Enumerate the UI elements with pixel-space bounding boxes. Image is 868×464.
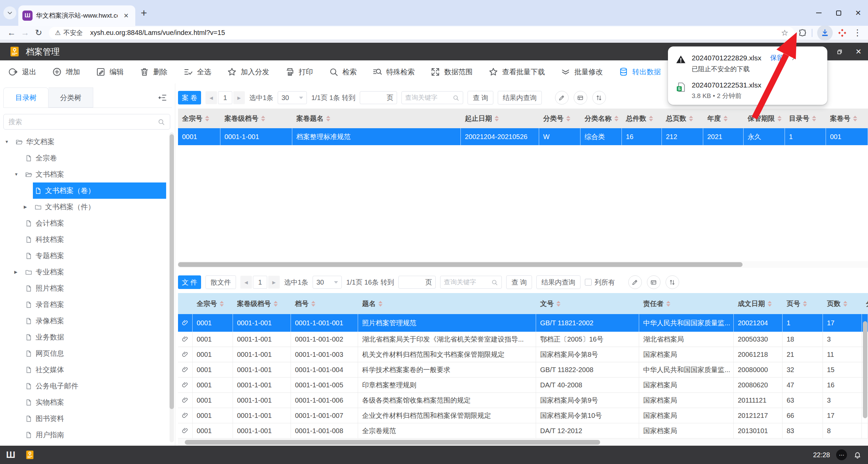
tree-item-inner[interactable]: 网页信息: [23, 345, 166, 362]
juan-keyword-input[interactable]: [405, 94, 452, 101]
page-size-select[interactable]: 30: [278, 91, 307, 104]
goto-page-input[interactable]: [402, 278, 425, 286]
cell[interactable]: 0001: [193, 362, 233, 377]
prev-page-icon[interactable]: ◀: [240, 276, 252, 289]
table-row[interactable]: 00010001-1-0010001-1-001-004科学技术档案案卷的一般要…: [178, 362, 868, 378]
tree-item[interactable]: 社交媒体: [0, 362, 175, 378]
cell[interactable]: 20130101: [734, 423, 783, 438]
next-page-icon[interactable]: ▶: [233, 91, 245, 104]
cell[interactable]: 0001-1-001: [233, 362, 291, 377]
sort-carets-icon[interactable]: [666, 301, 670, 307]
sort-carets-icon[interactable]: [495, 116, 499, 121]
sort-carets-icon[interactable]: [378, 301, 382, 307]
next-page-icon[interactable]: ▶: [268, 276, 280, 289]
cell[interactable]: 0001-1-001-008: [291, 423, 358, 438]
tree-item[interactable]: 文书档案（卷）: [0, 182, 175, 199]
cell[interactable]: 16: [622, 128, 662, 145]
tree-item-inner[interactable]: 会计档案: [23, 215, 166, 231]
notifications-bell-icon[interactable]: [853, 450, 862, 459]
cell[interactable]: 0001-1-001-003: [291, 347, 358, 362]
column-header-页数[interactable]: 页数: [823, 293, 862, 314]
juan-hscrollbar-thumb[interactable]: [178, 262, 743, 267]
loose-file-tab-button[interactable]: 散文件: [205, 275, 236, 289]
cell[interactable]: 国家档案局: [639, 423, 734, 438]
column-header-blank[interactable]: [178, 293, 193, 314]
goto-page-box[interactable]: 页: [360, 91, 397, 104]
cell[interactable]: GB/T 11821-2002: [536, 314, 639, 332]
tree-item-inner[interactable]: 专业档案: [23, 264, 166, 280]
cell[interactable]: 国家档案局令第10号: [536, 408, 639, 423]
tree-item-inner[interactable]: 文书档案（卷）: [33, 182, 166, 199]
cell[interactable]: 21: [783, 347, 823, 362]
card-view-button[interactable]: [647, 275, 660, 289]
app-restore-icon[interactable]: [836, 48, 844, 56]
cell[interactable]: 001: [826, 128, 868, 145]
cell[interactable]: 8: [823, 423, 862, 438]
cell[interactable]: 0001-1-001: [233, 378, 291, 392]
juan-selected-row[interactable]: 00010001-1-001档案整理标准规范20021204-20210526W…: [178, 128, 868, 145]
tree-item[interactable]: 录音档案: [0, 296, 175, 313]
cell[interactable]: 20021204-20210526: [461, 128, 539, 145]
cell[interactable]: 15: [823, 362, 862, 377]
extensions-icon[interactable]: [798, 28, 807, 37]
toolbar-button-特殊检索[interactable]: 特殊检索: [372, 67, 415, 77]
bookmark-star-icon[interactable]: ☆: [781, 28, 788, 38]
toolbar-button-全选[interactable]: 全选: [183, 67, 211, 77]
cell[interactable]: 0001: [193, 393, 233, 408]
cell[interactable]: 20121217: [734, 408, 783, 423]
tree-item[interactable]: ▼文书档案: [0, 166, 175, 182]
juan-tab-button[interactable]: 案 卷: [178, 91, 201, 104]
cell[interactable]: 国家档案局令第9号: [536, 393, 639, 408]
tree-caret-icon[interactable]: ▼: [5, 139, 14, 144]
tree-item[interactable]: 专题档案: [0, 248, 175, 264]
attachment-cell[interactable]: [178, 347, 193, 362]
query-in-result-button[interactable]: 结果内查询: [536, 275, 580, 289]
column-header-案卷级档号[interactable]: 案卷级档号: [220, 109, 292, 128]
cell[interactable]: 3: [823, 332, 862, 347]
cell[interactable]: 0001-1-001: [233, 408, 291, 423]
tree-caret-icon[interactable]: ▶: [24, 205, 33, 209]
tree-item-inner[interactable]: 全宗卷: [23, 150, 166, 166]
sort-carets-icon[interactable]: [326, 116, 330, 121]
page-number[interactable]: 1: [218, 91, 232, 104]
cell[interactable]: 0001-1-001: [233, 314, 291, 332]
tab-directory-tree[interactable]: 目录树: [3, 88, 48, 108]
column-header-页号[interactable]: 页号: [783, 293, 823, 314]
cell[interactable]: 国家档案局: [639, 408, 734, 423]
cell[interactable]: 照片档案管理规范: [358, 314, 536, 332]
goto-page-box[interactable]: 页: [398, 276, 436, 289]
chevron-right-icon[interactable]: [790, 55, 797, 61]
security-label[interactable]: 不安全: [63, 28, 83, 37]
attachment-cell[interactable]: [178, 423, 193, 438]
column-header-保管期限[interactable]: 保管期限: [744, 109, 785, 128]
query-button[interactable]: 查 询: [506, 275, 532, 289]
cell[interactable]: 20080620: [734, 378, 783, 392]
tree-item-inner[interactable]: 科技档案: [23, 231, 166, 248]
tree-item[interactable]: ▼华文档案: [0, 134, 175, 150]
page-size-select[interactable]: 30: [313, 276, 342, 289]
sort-button[interactable]: [592, 91, 606, 104]
sort-carets-icon[interactable]: [311, 301, 315, 307]
column-header-目录号[interactable]: 目录号: [785, 109, 826, 128]
column-header-总页数[interactable]: 总页数: [662, 109, 703, 128]
tab-category-tree[interactable]: 分类树: [48, 88, 93, 108]
tree-item[interactable]: 科技档案: [0, 231, 175, 248]
list-all-checkbox[interactable]: [585, 279, 592, 286]
sort-carets-icon[interactable]: [803, 301, 807, 307]
tree-item-inner[interactable]: 文书档案: [23, 166, 166, 182]
tree-item-inner[interactable]: 华文档案: [14, 134, 166, 150]
goto-page-input[interactable]: [363, 94, 387, 102]
tree-item[interactable]: 实物档案: [0, 394, 175, 410]
column-header-成文日期[interactable]: 成文日期: [734, 293, 783, 314]
sort-carets-icon[interactable]: [649, 116, 653, 121]
sort-carets-icon[interactable]: [843, 301, 847, 307]
sort-carets-icon[interactable]: [614, 116, 618, 121]
tree-item[interactable]: ▶专业档案: [0, 264, 175, 280]
column-header-案卷级档号[interactable]: 案卷级档号: [233, 293, 291, 314]
attachment-cell[interactable]: [178, 332, 193, 347]
toolbar-button-编辑[interactable]: 编辑: [96, 67, 124, 77]
cell[interactable]: 各级各类档案馆收集档案范围的规定: [358, 393, 536, 408]
cell[interactable]: 国家档案局: [639, 378, 734, 392]
cell[interactable]: 20061218: [734, 347, 783, 362]
cell[interactable]: DA/T 40-2008: [536, 378, 639, 392]
